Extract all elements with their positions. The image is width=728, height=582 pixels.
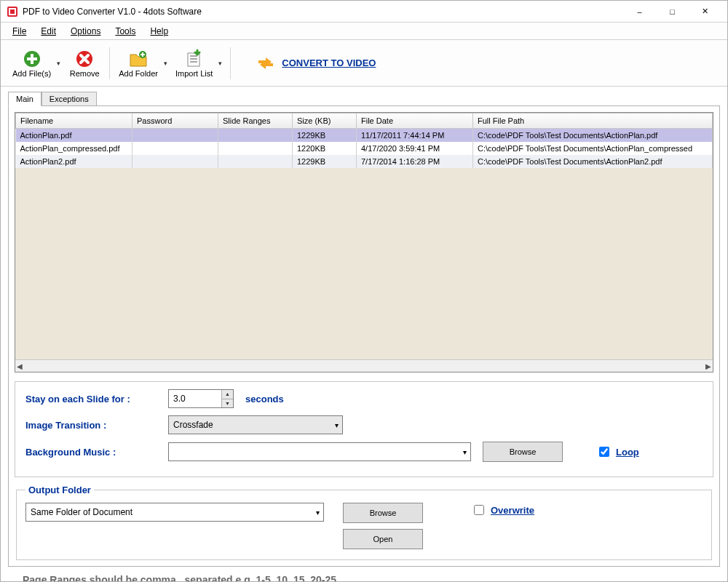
close-button[interactable]: ✕ <box>689 1 721 22</box>
footer-hint: Page Ranges should be comma , separated … <box>1 567 727 582</box>
tab-exceptions[interactable]: Exceptions <box>41 92 97 106</box>
convert-icon <box>256 53 276 73</box>
cell-filename[interactable]: ActionPlan.pdf <box>16 129 132 143</box>
cell-password[interactable] <box>132 129 218 143</box>
add-folder-button[interactable]: Add Folder <box>114 43 162 84</box>
settings-panel: Stay on each Slide for : ▲▼ seconds Imag… <box>15 381 713 477</box>
col-password[interactable]: Password <box>132 113 218 129</box>
overwrite-checkbox[interactable] <box>474 505 484 515</box>
music-select[interactable] <box>168 442 471 461</box>
svg-rect-5 <box>27 57 37 60</box>
cell-size[interactable]: 1229KB <box>293 129 357 143</box>
tab-strip: Main Exceptions <box>8 91 720 105</box>
add-files-button[interactable]: Add File(s) <box>8 43 55 84</box>
app-icon <box>7 6 18 17</box>
col-slide-ranges[interactable]: Slide Ranges <box>218 113 293 129</box>
toolbar-separator <box>109 47 110 79</box>
output-folder-group: Output Folder Browse Open Overwrite <box>16 485 712 560</box>
overwrite-label: Overwrite <box>491 505 534 516</box>
menu-help[interactable]: Help <box>144 25 174 38</box>
titlebar: PDF to Video Converter V1.0 - 4dots Soft… <box>1 1 727 23</box>
cell-full_path[interactable]: C:\code\PDF Tools\Test Documents\ActionP… <box>473 129 713 143</box>
stay-spinner[interactable]: ▲▼ <box>221 390 233 407</box>
table-row[interactable]: ActionPlan.pdf1229KB11/17/2011 7:44:14 P… <box>16 129 713 143</box>
folder-plus-icon <box>128 49 149 69</box>
import-list-button[interactable]: Import List <box>171 43 217 84</box>
menu-file[interactable]: File <box>7 25 32 38</box>
svg-rect-9 <box>141 54 145 55</box>
cell-slide_ranges[interactable] <box>218 142 293 155</box>
stay-unit: seconds <box>245 394 284 404</box>
transition-label: Image Transition : <box>25 420 164 431</box>
convert-label: CONVERT TO VIDEO <box>282 57 376 68</box>
col-size[interactable]: Size (KB) <box>293 113 357 129</box>
cell-full_path[interactable]: C:\code\PDF Tools\Test Documents\ActionP… <box>473 155 713 168</box>
file-table-wrap: Filename Password Slide Ranges Size (KB)… <box>15 112 713 372</box>
window-title: PDF to Video Converter V1.0 - 4dots Soft… <box>23 7 623 17</box>
add-folder-label: Add Folder <box>119 69 158 78</box>
import-list-label: Import List <box>175 69 213 78</box>
file-table[interactable]: Filename Password Slide Ranges Size (KB)… <box>15 113 713 168</box>
convert-to-video-button[interactable]: CONVERT TO VIDEO <box>250 50 381 76</box>
import-list-icon <box>184 49 205 69</box>
col-full-path[interactable]: Full File Path <box>473 113 713 129</box>
menu-options[interactable]: Options <box>65 25 106 38</box>
svg-rect-2 <box>10 9 15 14</box>
output-browse-button[interactable]: Browse <box>343 503 423 523</box>
tab-body-main: Filename Password Slide Ranges Size (KB)… <box>8 105 720 567</box>
remove-button[interactable]: Remove <box>64 43 105 84</box>
cell-file_date[interactable]: 4/17/2020 3:59:41 PM <box>357 142 473 155</box>
output-open-button[interactable]: Open <box>343 529 423 549</box>
cell-full_path[interactable]: C:\code\PDF Tools\Test Documents\ActionP… <box>473 142 713 155</box>
remove-label: Remove <box>70 69 100 78</box>
horizontal-scrollbar[interactable]: ◀▶ <box>15 359 713 372</box>
toolbar: Add File(s) ▾ Remove Add Folder ▾ Import… <box>1 40 727 87</box>
music-browse-button[interactable]: Browse <box>483 442 563 462</box>
loop-label: Loop <box>616 447 639 458</box>
loop-checkbox-wrap[interactable]: Loop <box>596 445 639 459</box>
cell-size[interactable]: 1229KB <box>293 155 357 168</box>
add-folder-dropdown[interactable]: ▾ <box>164 60 171 67</box>
cell-password[interactable] <box>132 155 218 168</box>
add-files-label: Add File(s) <box>12 69 51 78</box>
cell-file_date[interactable]: 11/17/2011 7:44:14 PM <box>357 129 473 143</box>
overwrite-checkbox-wrap[interactable]: Overwrite <box>471 503 534 517</box>
table-row[interactable]: ActionPlan2.pdf1229KB7/17/2014 1:16:28 P… <box>16 155 713 168</box>
transition-select[interactable] <box>168 415 343 434</box>
cell-slide_ranges[interactable] <box>218 129 293 143</box>
toolbar-separator-2 <box>230 47 231 79</box>
cell-slide_ranges[interactable] <box>218 155 293 168</box>
menubar: File Edit Options Tools Help <box>1 23 727 40</box>
maximize-button[interactable]: □ <box>656 1 689 22</box>
table-row[interactable]: ActionPlan_compressed.pdf1220KB4/17/2020… <box>16 142 713 155</box>
cell-filename[interactable]: ActionPlan_compressed.pdf <box>16 142 132 155</box>
music-label: Background Music : <box>25 447 164 458</box>
output-folder-legend: Output Folder <box>25 485 94 495</box>
menu-tools[interactable]: Tools <box>109 25 141 38</box>
plus-circle-icon <box>22 49 42 69</box>
import-list-dropdown[interactable]: ▾ <box>218 60 226 67</box>
loop-checkbox[interactable] <box>599 447 609 457</box>
minimize-button[interactable]: – <box>623 1 656 22</box>
cell-filename[interactable]: ActionPlan2.pdf <box>16 155 132 168</box>
cell-size[interactable]: 1220KB <box>293 142 357 155</box>
col-file-date[interactable]: File Date <box>357 113 473 129</box>
tab-main[interactable]: Main <box>8 92 41 106</box>
output-folder-select[interactable] <box>25 503 324 522</box>
stay-label: Stay on each Slide for : <box>25 394 164 404</box>
remove-circle-icon <box>74 49 95 69</box>
tabs-area: Main Exceptions Filename Password Slide … <box>1 87 727 567</box>
cell-file_date[interactable]: 7/17/2014 1:16:28 PM <box>357 155 473 168</box>
cell-password[interactable] <box>132 142 218 155</box>
add-files-dropdown[interactable]: ▾ <box>57 60 64 67</box>
col-filename[interactable]: Filename <box>16 113 132 129</box>
menu-edit[interactable]: Edit <box>35 25 62 38</box>
